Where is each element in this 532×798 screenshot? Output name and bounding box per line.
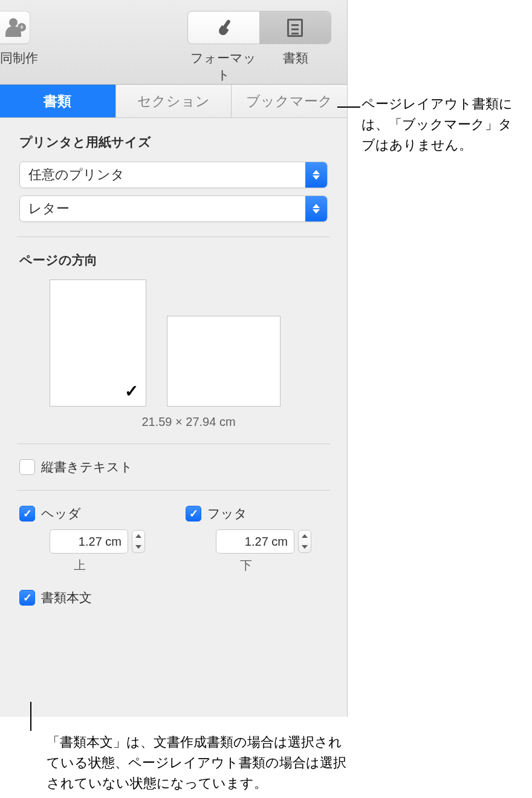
format-mode-label: フォーマット xyxy=(187,50,259,83)
header-sublabel: 上 xyxy=(74,557,161,574)
header-footer-row: ヘッダ 1.27 cm 上 フッタ xyxy=(19,505,328,574)
divider xyxy=(17,237,330,237)
document-icon xyxy=(287,19,303,37)
toolbar: + 同制作 フォーマット 書類 xyxy=(0,0,348,85)
person-add-icon: + xyxy=(5,17,27,39)
document-body-row: 書類本文 xyxy=(19,589,328,606)
vertical-text-row: 縦書きテキスト xyxy=(19,459,328,476)
document-mode-label: 書類 xyxy=(259,50,331,83)
page-dimensions: 21.59 × 27.94 cm xyxy=(19,415,328,429)
orientation-portrait[interactable]: ✓ xyxy=(50,280,146,407)
popup-arrows-icon xyxy=(305,196,327,221)
body-callout: 「書類本文」は、文書作成書類の場合は選択されている状態、ページレイアウト書類の場… xyxy=(47,732,349,794)
popup-arrows-icon xyxy=(305,162,327,188)
document-mode-button[interactable] xyxy=(259,11,331,44)
orientation-title: ページの方向 xyxy=(19,252,328,269)
header-margin-stepper[interactable] xyxy=(132,530,145,553)
inspector-mode-segmented xyxy=(187,11,331,44)
footer-sublabel: 下 xyxy=(240,557,328,574)
vertical-text-checkbox[interactable] xyxy=(19,459,35,475)
footer-label: フッタ xyxy=(207,505,247,522)
tab-section[interactable]: セクション xyxy=(116,85,232,117)
document-body-label: 書類本文 xyxy=(41,589,92,606)
printer-popup[interactable]: 任意のプリンタ xyxy=(19,162,328,188)
header-label: ヘッダ xyxy=(41,505,81,522)
inspector-tabs: 書類 セクション ブックマーク xyxy=(0,85,347,118)
divider xyxy=(17,443,330,444)
callout-leader-line xyxy=(30,702,31,731)
paper-size-value: レター xyxy=(28,200,70,218)
footer-margin-input[interactable]: 1.27 cm xyxy=(216,529,294,554)
inspector-panel: 書類 セクション ブックマーク プリンタと用紙サイズ 任意のプリンタ レター ペ… xyxy=(0,85,348,717)
header-margin-value: 1.27 cm xyxy=(79,535,122,549)
brush-icon xyxy=(214,18,233,38)
tab-document[interactable]: 書類 xyxy=(0,85,116,117)
header-margin-input[interactable]: 1.27 cm xyxy=(50,529,128,554)
printer-paper-title: プリンタと用紙サイズ xyxy=(19,134,328,151)
inspector-mode-labels: フォーマット 書類 xyxy=(187,50,331,83)
checkmark-icon: ✓ xyxy=(125,381,138,401)
paper-size-popup[interactable]: レター xyxy=(19,195,328,222)
bookmark-callout: ページレイアウト書類には、「ブックマーク」タブはありません。 xyxy=(362,94,525,155)
collaborate-label: 同制作 xyxy=(0,50,38,67)
printer-popup-value: 任意のプリンタ xyxy=(28,166,125,184)
footer-margin-value: 1.27 cm xyxy=(245,535,288,549)
collaborate-button[interactable]: + xyxy=(0,11,30,44)
document-body-checkbox[interactable] xyxy=(19,590,35,606)
footer-checkbox[interactable] xyxy=(186,506,201,522)
format-mode-button[interactable] xyxy=(188,11,259,44)
tab-bookmark[interactable]: ブックマーク xyxy=(232,85,347,117)
divider xyxy=(17,490,330,491)
header-checkbox[interactable] xyxy=(19,506,35,522)
footer-margin-stepper[interactable] xyxy=(298,530,311,553)
orientation-options: ✓ xyxy=(19,280,328,407)
callout-leader-line xyxy=(337,106,360,108)
vertical-text-label: 縦書きテキスト xyxy=(41,459,133,476)
orientation-landscape[interactable] xyxy=(167,316,281,407)
